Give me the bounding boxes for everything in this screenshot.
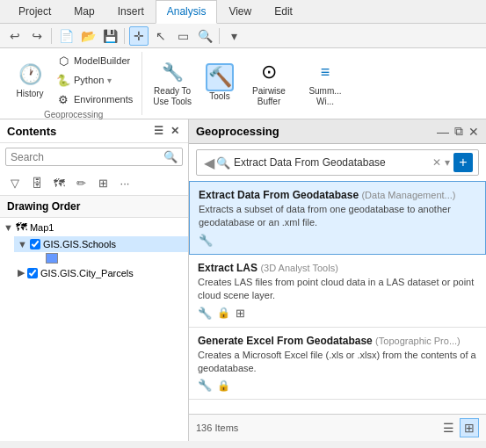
toolbar-btn-undo[interactable]: ↩ <box>5 26 25 46</box>
environments-label: Environments <box>74 94 133 105</box>
toolbar-separator-1 <box>51 28 52 44</box>
gp-results: Extract Data From Geodatabase (Data Mana… <box>189 181 486 414</box>
toolbar-btn-explore[interactable]: ✛ <box>129 26 149 46</box>
gp-result-1-title: Extract Data From Geodatabase (Data Mana… <box>199 189 476 201</box>
contents-filter-btn[interactable]: ▽ <box>5 173 25 192</box>
tab-map[interactable]: Map <box>62 0 105 23</box>
pairwise-buffer-button[interactable]: ⊙ Pairwise Buffer <box>243 54 295 111</box>
layer-item-map1[interactable]: ▼ 🗺 Map1 <box>0 218 188 236</box>
ribbon-content: 🕐 History ⬡ ModelBuilder 🐍 Python ▾ ⚙ <box>0 48 486 119</box>
geoprocessing-group-label: Geoprocessing <box>44 108 103 119</box>
contents-title: Contents <box>7 125 56 138</box>
gp-search-clear-icon[interactable]: ✕ <box>432 156 441 169</box>
contents-more-btn[interactable]: ··· <box>115 173 134 192</box>
gp-search-dropdown-icon[interactable]: ▾ <box>445 156 450 169</box>
tab-project[interactable]: Project <box>7 0 62 23</box>
parcels-label: GIS.GIS.City_Parcels <box>40 268 134 278</box>
schools-symbol-item <box>42 252 188 264</box>
environments-button[interactable]: ⚙ Environments <box>53 90 136 108</box>
toolbar-btn-redo[interactable]: ↩ <box>27 26 47 46</box>
toolbar-btn-select[interactable]: ▭ <box>173 26 192 46</box>
gp-search-query-icon: 🔍 <box>216 156 230 170</box>
contents-db-btn[interactable]: 🗄 <box>27 173 47 192</box>
tab-insert[interactable]: Insert <box>106 0 156 23</box>
history-button[interactable]: 🕐 History <box>11 57 49 103</box>
right-panel: Geoprocessing — ⧉ ✕ ◀ 🔍 Extract Data Fro… <box>189 119 486 441</box>
contents-close-icon[interactable]: ✕ <box>169 124 181 138</box>
search-bar: 🔍 <box>5 148 183 166</box>
toolbar-separator-3 <box>219 28 220 44</box>
toolbar-btn-pointer[interactable]: ↖ <box>151 26 170 46</box>
main-area: Contents ☰ ✕ 🔍 ▽ 🗄 🗺 ✏ ⊞ ··· Drawing Ord… <box>0 119 486 441</box>
gp-restore-icon[interactable]: ⧉ <box>454 124 463 139</box>
toolbar-btn-new[interactable]: 📄 <box>56 26 76 46</box>
tab-edit[interactable]: Edit <box>263 0 304 23</box>
tools-label: Tools <box>209 91 229 102</box>
tab-analysis[interactable]: Analysis <box>156 0 218 24</box>
gp-result-3-icons: 🔧 🔒 <box>198 379 477 392</box>
layer-item-schools[interactable]: ▼ GIS.GIS.Schools <box>14 236 188 252</box>
gp-result-2-desc: Creates LAS files from point cloud data … <box>198 276 477 303</box>
gp-result-2[interactable]: Extract LAS (3D Analyst Tools) Creates L… <box>189 255 486 328</box>
schools-label: GIS.GIS.Schools <box>43 239 116 249</box>
modelbuilder-label: ModelBuilder <box>74 55 130 66</box>
search-icon: 🔍 <box>163 150 178 163</box>
gp-search-inner: 🔍 Extract Data From Geodatabase ✕ ▾ <box>216 156 450 170</box>
gp-result-2-wrench-icon: 🔧 <box>198 307 212 320</box>
gp-title: Geoprocessing <box>196 125 279 138</box>
gp-search-bar: ◀ 🔍 Extract Data From Geodatabase ✕ ▾ + <box>196 149 479 176</box>
contents-menu-icon[interactable]: ☰ <box>152 124 165 138</box>
contents-edit-btn[interactable]: ✏ <box>71 173 91 192</box>
summarize-within-button[interactable]: ≡ Summ... Wi... <box>299 54 352 111</box>
gp-result-1[interactable]: Extract Data From Geodatabase (Data Mana… <box>189 181 486 255</box>
contents-header: Contents ☰ ✕ <box>0 119 188 143</box>
gp-result-2-grid-icon: ⊞ <box>236 307 245 320</box>
contents-toolbar: ▽ 🗄 🗺 ✏ ⊞ ··· <box>0 170 188 196</box>
python-dropdown-icon: ▾ <box>107 76 112 85</box>
gp-result-1-category: (Data Management...) <box>361 190 455 200</box>
ribbon-group-geoprocessing: 🕐 History ⬡ ModelBuilder 🐍 Python ▾ ⚙ <box>5 52 142 115</box>
gp-result-2-category: (3D Analyst Tools) <box>260 263 337 273</box>
ribbon-tabs: Project Map Insert Analysis View Edit <box>0 0 486 24</box>
gp-minimize-icon[interactable]: — <box>437 125 449 139</box>
gp-result-2-lock-icon: 🔒 <box>217 307 230 319</box>
ribbon-group-ready-tools: 🔧 Ready To Use Tools 🔨 Tools ⊙ Pairwise … <box>142 52 357 115</box>
search-input[interactable] <box>11 151 163 163</box>
python-icon: 🐍 <box>56 73 70 87</box>
tools-icon: 🔨 <box>206 63 234 91</box>
gp-close-icon[interactable]: ✕ <box>468 125 479 139</box>
modelbuilder-button[interactable]: ⬡ ModelBuilder <box>53 52 136 69</box>
ribbon-col-geoprocessing: ⬡ ModelBuilder 🐍 Python ▾ ⚙ Environments <box>53 52 136 108</box>
contents-table-btn[interactable]: ⊞ <box>93 173 112 192</box>
ribbon-group-geoprocessing-items: 🕐 History ⬡ ModelBuilder 🐍 Python ▾ ⚙ <box>11 52 136 108</box>
gp-items-count: 136 Items <box>196 423 238 433</box>
gp-back-icon[interactable]: ◀ <box>202 155 216 171</box>
gp-result-3[interactable]: Generate Excel From Geodatabase (Topogra… <box>189 328 486 401</box>
toolbar: ↩ ↩ 📄 📂 💾 ✛ ↖ ▭ 🔍 ▾ <box>0 24 486 48</box>
schools-checkbox[interactable] <box>30 239 40 249</box>
gp-list-view-btn[interactable]: ☰ <box>439 418 458 437</box>
summarize-within-label: Summ... Wi... <box>304 86 346 107</box>
python-button[interactable]: 🐍 Python ▾ <box>53 71 136 89</box>
left-panel: Contents ☰ ✕ 🔍 ▽ 🗄 🗺 ✏ ⊞ ··· Drawing Ord… <box>0 119 189 441</box>
toolbar-btn-zoom-in[interactable]: 🔍 <box>195 26 214 46</box>
toolbar-btn-dropdown[interactable]: ▾ <box>224 26 243 46</box>
gp-result-3-title: Generate Excel From Geodatabase (Topogra… <box>198 335 477 347</box>
tab-view[interactable]: View <box>217 0 263 23</box>
contents-layer-btn[interactable]: 🗺 <box>49 173 69 192</box>
toolbar-btn-save[interactable]: 💾 <box>100 26 120 46</box>
gp-result-3-wrench-icon: 🔧 <box>198 379 212 392</box>
layer-item-parcels[interactable]: ▶ GIS.GIS.City_Parcels <box>14 264 188 281</box>
gp-footer: 136 Items ☰ ⊞ <box>189 414 486 441</box>
gp-result-2-title: Extract LAS (3D Analyst Tools) <box>198 262 477 274</box>
history-label: History <box>16 89 43 99</box>
ready-use-tools-button[interactable]: 🔧 Ready To Use Tools <box>148 54 197 111</box>
gp-result-3-lock-icon: 🔒 <box>217 379 230 392</box>
gp-grid-view-btn[interactable]: ⊞ <box>460 418 479 437</box>
gp-view-icons: ☰ ⊞ <box>439 418 479 437</box>
tools-button[interactable]: 🔨 Tools <box>200 60 239 105</box>
gp-add-button[interactable]: + <box>453 153 473 172</box>
toolbar-btn-open[interactable]: 📂 <box>78 26 98 46</box>
gp-header: Geoprocessing — ⧉ ✕ <box>189 119 486 144</box>
parcels-checkbox[interactable] <box>27 268 38 278</box>
